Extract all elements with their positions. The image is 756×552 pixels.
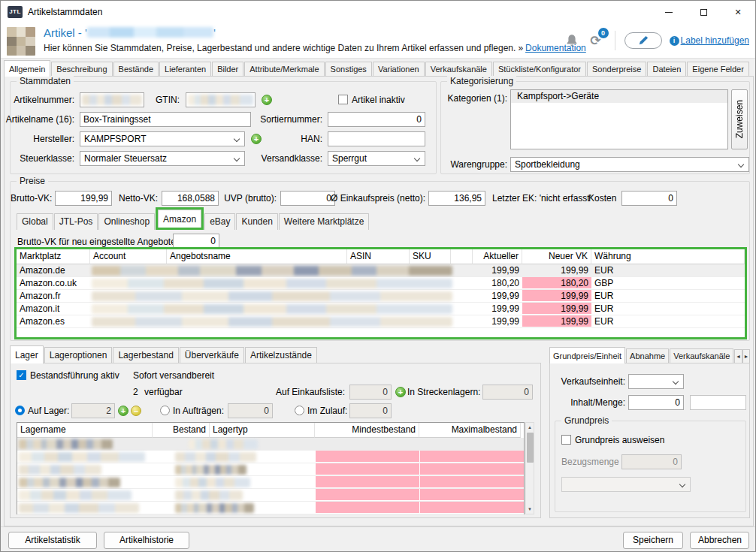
tab-allgemein[interactable]: Allgemein (4, 60, 50, 77)
tab-stueckliste-konfigurator[interactable]: Stückliste/Konfigurator (493, 62, 586, 77)
notifications-bell-icon[interactable] (565, 34, 579, 47)
lager-tab-ueberverkaeufe[interactable]: Überverkäufe (180, 347, 244, 363)
price-tab-amazon[interactable]: Amazon (158, 210, 201, 228)
col-marktplatz[interactable]: Marktplatz (17, 249, 90, 264)
sync-icon[interactable]: ⟳0 (588, 33, 604, 48)
tab-bestaende[interactable]: Bestände (113, 62, 159, 77)
add-label-link[interactable]: Label hinzufügen (681, 35, 749, 46)
price-tab-onlineshop[interactable]: Onlineshop (98, 213, 155, 230)
speichern-button[interactable]: Speichern (623, 532, 683, 549)
im-zulauf-radio[interactable] (295, 406, 304, 415)
lager-row[interactable] (17, 489, 524, 502)
price-tab-jtl-pos[interactable]: JTL-Pos (54, 213, 98, 230)
price-tab-ebay[interactable]: eBay (204, 213, 235, 230)
increase-stock-icon[interactable] (118, 406, 129, 416)
marketplace-row[interactable]: Amazon.es 199,99 199,99 EUR (17, 315, 745, 328)
streckenlager-field[interactable] (482, 385, 533, 400)
im-zulauf-field[interactable] (349, 403, 392, 418)
artikelname-field[interactable] (80, 112, 251, 127)
marketplace-row[interactable]: Amazon.it 199,99 199,99 EUR (17, 303, 745, 315)
tab-sonderpreise[interactable]: Sonderpreise (587, 62, 646, 77)
price-tab-weitere-marktplaetze[interactable]: Weitere Marktplätze (279, 213, 369, 230)
scrollbar-thumb[interactable] (527, 433, 534, 463)
col-account[interactable]: Account (90, 249, 167, 264)
artikelhistorie-button[interactable]: Artikelhistorie (104, 532, 189, 549)
verkaufseinheit-dropdown[interactable] (628, 374, 684, 389)
tab-scroll-right-icon[interactable]: ► (742, 349, 750, 363)
netto-vk-field[interactable] (162, 191, 219, 206)
lager-table-scrollbar[interactable]: ▲ ▼ (525, 422, 534, 514)
edit-label-button[interactable] (624, 32, 662, 49)
close-button[interactable] (721, 1, 755, 23)
tab-variationen[interactable]: Variationen (373, 62, 425, 77)
warengruppe-dropdown[interactable]: Sportbekleidung (510, 157, 749, 172)
col-asin[interactable]: ASIN (347, 249, 410, 264)
neu-angebote-field[interactable] (173, 234, 219, 249)
tab-sonstiges[interactable]: Sonstiges (325, 62, 372, 77)
bestandsfuehrung-checkbox[interactable] (17, 370, 26, 380)
lager-row[interactable] (17, 502, 524, 514)
lager-row[interactable] (17, 438, 524, 451)
add-gtin-icon[interactable] (262, 95, 272, 105)
abbrechen-button[interactable]: Abbrechen (690, 532, 749, 549)
tab-beschreibung[interactable]: Beschreibung (51, 62, 112, 77)
col-angebotsname[interactable]: Angebotsname (167, 249, 347, 264)
tab-dateien[interactable]: Dateien (647, 62, 686, 77)
grundpreis-ausweisen-checkbox[interactable] (561, 435, 571, 445)
artikelstatistik-button[interactable]: Artikelstatistik (8, 532, 97, 549)
minimize-button[interactable] (652, 1, 686, 23)
col-maximalbestand[interactable]: Maximalbestand (419, 423, 521, 438)
price-tab-kunden[interactable]: Kunden (236, 213, 277, 230)
tab-eigene-felder[interactable]: Eigene Felder (687, 62, 749, 77)
tab-scroll-left-icon[interactable]: ◄ (734, 349, 742, 363)
scroll-down-icon[interactable]: ▼ (526, 505, 534, 514)
in-auftraegen-radio[interactable] (160, 406, 170, 415)
marketplace-row[interactable]: Amazon.co.uk 180,20 180,20 GBP (17, 277, 745, 290)
einkaufsliste-field[interactable] (349, 385, 392, 400)
col-mindestbestand[interactable]: Mindestbestand (315, 423, 419, 438)
versandklasse-dropdown[interactable]: Sperrgut (328, 151, 425, 166)
tab-bilder[interactable]: Bilder (212, 62, 243, 77)
panel-tab-grundpreis-einheit[interactable]: Grundpreis/Einheit (549, 347, 625, 363)
decrease-stock-icon[interactable] (131, 406, 141, 416)
tab-verkaufskanaele[interactable]: Verkaufskanäle (425, 62, 492, 77)
col-bestand[interactable]: Bestand (153, 423, 210, 438)
brutto-vk-field[interactable] (55, 191, 112, 206)
lager-row[interactable] (17, 451, 524, 463)
col-aktueller-vk[interactable]: Aktueller VK (473, 249, 522, 264)
maximize-button[interactable] (686, 1, 721, 23)
panel-tab-verkaufskanaele[interactable]: Verkaufskanäle (670, 348, 733, 363)
in-auftraegen-field[interactable] (228, 403, 273, 418)
marketplace-row[interactable]: Amazon.de 199,99 199,99 EUR (17, 264, 745, 277)
lager-tab-lager[interactable]: Lager (10, 345, 44, 363)
kategorien-listbox[interactable]: Kampfsport->Geräte (510, 89, 728, 149)
grundpreis-einheit-dropdown[interactable] (561, 477, 691, 492)
lager-row[interactable] (17, 476, 524, 489)
tab-attribute-merkmale[interactable]: Attribute/Merkmale (244, 62, 324, 77)
auf-lager-field[interactable] (71, 403, 115, 418)
col-waehrung[interactable]: Währung (591, 249, 745, 264)
lager-row[interactable] (17, 463, 524, 476)
tab-lieferanten[interactable]: Lieferanten (159, 62, 211, 77)
col-neuer-vk[interactable]: Neuer VK (522, 249, 591, 264)
lager-tab-lagerbestand[interactable]: Lagerbestand (113, 347, 178, 363)
kosten-field[interactable] (621, 191, 677, 206)
price-tab-global[interactable]: Global (17, 213, 53, 230)
auf-lager-radio[interactable] (15, 406, 25, 415)
lager-tab-lageroptionen[interactable]: Lageroptionen (44, 347, 113, 363)
scroll-up-icon[interactable]: ▲ (526, 423, 534, 432)
inhalt-menge-unit-field[interactable] (690, 395, 746, 410)
lager-tab-artikelzustaende[interactable]: Artikelzustände (245, 347, 317, 363)
inhalt-menge-field[interactable] (628, 395, 684, 410)
gtin-field[interactable] (186, 92, 256, 107)
sortiernummer-field[interactable] (328, 112, 425, 127)
bezugsmenge-field[interactable] (621, 454, 682, 469)
marketplace-row[interactable]: Amazon.fr 199,99 199,99 EUR (17, 290, 745, 303)
col-lagertyp[interactable]: Lagertyp (210, 423, 315, 438)
hersteller-dropdown[interactable]: KAMPFSPORT (80, 131, 245, 146)
add-einkaufsliste-icon[interactable] (395, 387, 406, 397)
einkaufspreis-field[interactable] (428, 191, 485, 206)
col-sku[interactable]: SKU (410, 249, 451, 264)
artikel-inaktiv-checkbox[interactable] (338, 95, 348, 104)
kategorie-list-item[interactable]: Kampfsport->Geräte (511, 90, 727, 103)
